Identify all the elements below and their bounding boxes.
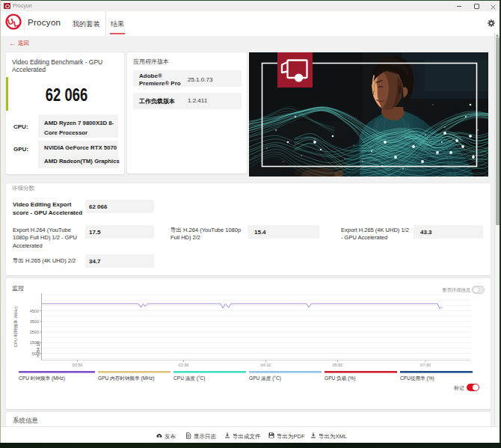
svg-text:07:30: 07:30 [420, 363, 431, 367]
svg-text:GPU 温度 (°C): GPU 温度 (°C) [249, 375, 281, 381]
svg-text:2500: 2500 [30, 330, 39, 334]
svg-text:05:50: 05:50 [333, 363, 343, 367]
svg-text:CPU使用率 (%): CPU使用率 (%) [400, 375, 434, 381]
svg-text:3500: 3500 [30, 319, 39, 324]
svg-text:GPU 内存时钟频率 (MHz): GPU 内存时钟频率 (MHz) [98, 375, 154, 381]
svg-text:H.264 1/2: H.264 1/2 [36, 341, 40, 358]
svg-text:00:50: 00:50 [73, 363, 83, 367]
svg-text:4500: 4500 [30, 309, 39, 313]
svg-text:CPU 时钟频率 (MHz): CPU 时钟频率 (MHz) [13, 307, 18, 347]
svg-text:CPU 时钟频率 (MHz): CPU 时钟频率 (MHz) [19, 375, 65, 381]
svg-text:GPU 负载 (%): GPU 负载 (%) [325, 375, 355, 381]
svg-text:02:30: 02:30 [179, 363, 189, 367]
svg-text:CPU 温度 (°C): CPU 温度 (°C) [173, 375, 206, 381]
svg-text:04:10: 04:10 [261, 363, 271, 367]
svg-text:L: L [13, 18, 20, 28]
